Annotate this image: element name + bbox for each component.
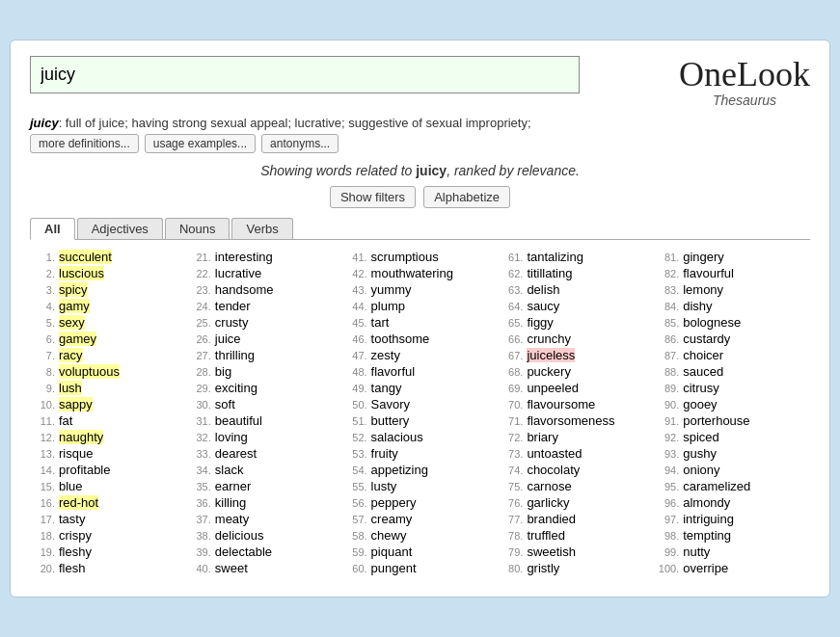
word-link[interactable]: gushy bbox=[683, 446, 717, 461]
word-link[interactable]: tantalizing bbox=[527, 250, 583, 264]
word-link[interactable]: exciting bbox=[215, 381, 257, 395]
tab-nouns[interactable]: Nouns bbox=[165, 218, 230, 239]
word-link[interactable]: sexy bbox=[59, 315, 85, 330]
word-link[interactable]: dearest bbox=[215, 446, 257, 461]
word-link[interactable]: pungent bbox=[371, 561, 417, 575]
word-link[interactable]: gamey bbox=[59, 332, 96, 346]
word-link[interactable]: lucrative bbox=[215, 266, 261, 280]
word-link[interactable]: chocolaty bbox=[527, 463, 580, 477]
word-link[interactable]: delicious bbox=[215, 528, 264, 543]
word-link[interactable]: tart bbox=[371, 315, 390, 330]
word-link[interactable]: delectable bbox=[215, 544, 272, 559]
word-link[interactable]: nutty bbox=[683, 544, 710, 559]
word-link[interactable]: flavorful bbox=[371, 364, 416, 379]
word-link[interactable]: porterhouse bbox=[683, 413, 749, 428]
word-link[interactable]: interesting bbox=[215, 250, 273, 264]
word-link[interactable]: figgy bbox=[527, 315, 553, 330]
alphabetize-button[interactable]: Alphabetize bbox=[423, 186, 510, 208]
tab-adjectives[interactable]: Adjectives bbox=[77, 218, 163, 239]
word-link[interactable]: flesh bbox=[59, 561, 85, 575]
word-link[interactable]: thrilling bbox=[215, 348, 255, 362]
word-link[interactable]: red-hot bbox=[59, 495, 98, 510]
word-link[interactable]: toothsome bbox=[371, 332, 430, 346]
word-link[interactable]: crusty bbox=[215, 315, 249, 330]
word-link[interactable]: creamy bbox=[371, 512, 413, 526]
word-link[interactable]: intriguing bbox=[683, 512, 734, 526]
word-link[interactable]: saucy bbox=[527, 299, 559, 313]
word-link[interactable]: sweet bbox=[215, 561, 248, 575]
word-link[interactable]: almondy bbox=[683, 495, 730, 510]
word-link[interactable]: spiced bbox=[683, 430, 719, 444]
word-link[interactable]: garlicky bbox=[527, 495, 569, 510]
word-link[interactable]: big bbox=[215, 364, 231, 379]
more-definitions-button[interactable]: more definitions... bbox=[30, 134, 139, 153]
word-link[interactable]: Savory bbox=[371, 397, 410, 411]
word-link[interactable]: tender bbox=[215, 299, 251, 313]
word-link[interactable]: fruity bbox=[371, 446, 398, 461]
word-link[interactable]: handsome bbox=[215, 282, 274, 297]
word-link[interactable]: piquant bbox=[371, 544, 413, 559]
tab-verbs[interactable]: Verbs bbox=[231, 218, 292, 239]
word-link[interactable]: killing bbox=[215, 495, 247, 510]
word-link[interactable]: soft bbox=[215, 397, 235, 411]
word-link[interactable]: gristly bbox=[527, 561, 559, 575]
word-link[interactable]: tangy bbox=[371, 381, 402, 395]
word-link[interactable]: carnose bbox=[527, 479, 571, 493]
word-link[interactable]: luscious bbox=[59, 266, 104, 280]
word-link[interactable]: briary bbox=[527, 430, 558, 444]
word-link[interactable]: gingery bbox=[683, 250, 724, 264]
word-link[interactable]: crunchy bbox=[527, 332, 571, 346]
word-link[interactable]: puckery bbox=[527, 364, 571, 379]
word-link[interactable]: bolognese bbox=[683, 315, 741, 330]
word-link[interactable]: naughty bbox=[59, 430, 103, 444]
word-link[interactable]: blue bbox=[59, 479, 83, 493]
word-link[interactable]: sweetish bbox=[527, 544, 576, 559]
word-link[interactable]: tempting bbox=[683, 528, 731, 543]
word-link[interactable]: risque bbox=[59, 446, 93, 461]
word-link[interactable]: fat bbox=[59, 413, 72, 428]
word-link[interactable]: plump bbox=[371, 299, 405, 313]
word-link[interactable]: mouthwatering bbox=[371, 266, 453, 280]
word-link[interactable]: zesty bbox=[371, 348, 400, 362]
word-link[interactable]: profitable bbox=[59, 463, 110, 477]
word-link[interactable]: lush bbox=[59, 381, 82, 395]
word-link[interactable]: peppery bbox=[371, 495, 417, 510]
word-link[interactable]: oniony bbox=[683, 463, 719, 477]
word-link[interactable]: earner bbox=[215, 479, 252, 493]
word-link[interactable]: juice bbox=[215, 332, 241, 346]
tab-all[interactable]: All bbox=[30, 218, 75, 240]
word-link[interactable]: meaty bbox=[215, 512, 249, 526]
word-link[interactable]: slack bbox=[215, 463, 244, 477]
word-link[interactable]: buttery bbox=[371, 413, 410, 428]
antonyms-button[interactable]: antonyms... bbox=[261, 134, 339, 153]
word-link[interactable]: chewy bbox=[371, 528, 407, 543]
word-link[interactable]: unpeeled bbox=[527, 381, 579, 395]
word-link[interactable]: flavourful bbox=[683, 266, 734, 280]
word-link[interactable]: titillating bbox=[527, 266, 572, 280]
show-filters-button[interactable]: Show filters bbox=[330, 186, 416, 208]
word-link[interactable]: delish bbox=[527, 282, 559, 297]
word-link[interactable]: flavoursome bbox=[527, 397, 595, 411]
word-link[interactable]: lusty bbox=[371, 479, 397, 493]
word-link[interactable]: overripe bbox=[683, 561, 728, 575]
word-link[interactable]: spicy bbox=[59, 282, 88, 297]
word-link[interactable]: truffled bbox=[527, 528, 565, 543]
word-link[interactable]: crispy bbox=[59, 528, 92, 543]
word-link[interactable]: loving bbox=[215, 430, 248, 444]
word-link[interactable]: voluptuous bbox=[59, 364, 120, 379]
word-link[interactable]: custardy bbox=[683, 332, 730, 346]
word-link[interactable]: untoasted bbox=[527, 446, 582, 461]
word-link[interactable]: choicer bbox=[683, 348, 723, 362]
word-link[interactable]: gooey bbox=[683, 397, 717, 411]
word-link[interactable]: racy bbox=[59, 348, 83, 362]
word-link[interactable]: flavorsomeness bbox=[527, 413, 614, 428]
word-link[interactable]: juiceless bbox=[527, 348, 575, 362]
word-link[interactable]: sappy bbox=[59, 397, 93, 411]
word-link[interactable]: succulent bbox=[59, 250, 112, 264]
word-link[interactable]: caramelized bbox=[683, 479, 750, 493]
word-link[interactable]: lemony bbox=[683, 282, 723, 297]
word-link[interactable]: fleshy bbox=[59, 544, 92, 559]
word-link[interactable]: yummy bbox=[371, 282, 412, 297]
word-link[interactable]: beautiful bbox=[215, 413, 262, 428]
word-link[interactable]: sauced bbox=[683, 364, 723, 379]
